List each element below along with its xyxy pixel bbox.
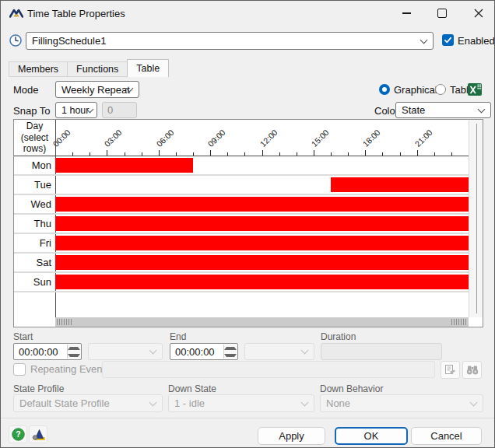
axis-tick (314, 150, 314, 156)
day-row-thu[interactable]: Thu (14, 215, 469, 234)
check-icon (444, 36, 452, 44)
snap-offset-value: 0 (107, 104, 113, 116)
day-label[interactable]: Tue (14, 176, 51, 194)
axis-tick-label: 15:00 (309, 128, 330, 149)
table-radio[interactable] (435, 84, 446, 95)
day-label[interactable]: Sun (14, 273, 51, 291)
maximize-button[interactable] (427, 1, 458, 26)
axis-tick-label: 18:00 (361, 128, 382, 149)
day-label[interactable]: Thu (14, 215, 51, 233)
day-track[interactable] (55, 215, 469, 233)
day-label[interactable]: Mon (14, 156, 51, 174)
window-title: Time Table Properties (27, 8, 125, 19)
enabled-checkbox[interactable] (442, 34, 454, 46)
snap-to-combobox[interactable]: 1 hour (55, 102, 97, 118)
enabled-label[interactable]: Enabled (458, 35, 495, 47)
scrollbar-grip-left[interactable] (57, 319, 72, 325)
mode-combobox[interactable]: Weekly Repeat (55, 81, 139, 98)
day-label[interactable]: Fri (14, 234, 51, 252)
state-profile-label: State Profile (13, 383, 64, 394)
end-day-combobox[interactable] (244, 343, 314, 360)
down-behavior-combobox[interactable]: None (320, 394, 483, 412)
cancel-button[interactable]: Cancel (411, 427, 482, 445)
footer-divider (1, 418, 495, 418)
start-label: Start (13, 331, 33, 342)
schedule-bar[interactable] (55, 216, 469, 231)
spin-up-icon[interactable] (224, 345, 237, 352)
spinner-buttons[interactable] (67, 345, 80, 359)
day-row-tue[interactable]: Tue (14, 176, 469, 195)
schedule-bar[interactable] (55, 236, 469, 250)
axis-tick (227, 152, 228, 156)
day-label[interactable]: Sat (14, 254, 51, 271)
schedule-bar[interactable] (55, 275, 469, 289)
day-track[interactable] (55, 195, 469, 213)
start-time-spinner[interactable]: 00:00:00 (13, 343, 82, 360)
schedule-bar[interactable] (331, 177, 469, 192)
schedule-bar[interactable] (55, 255, 469, 270)
cancel-button-label: Cancel (430, 430, 462, 442)
spin-down-icon[interactable] (68, 352, 80, 359)
vertical-scrollbar[interactable] (469, 120, 483, 317)
day-track[interactable] (55, 273, 469, 291)
schedule-bar[interactable] (55, 158, 193, 173)
schedule-bar[interactable] (55, 197, 469, 212)
find-button[interactable] (462, 361, 482, 379)
start-time-value: 00:00:00 (19, 344, 58, 359)
day-row-wed[interactable]: Wed (14, 195, 469, 215)
maximize-icon (437, 9, 447, 18)
close-button[interactable] (463, 1, 494, 26)
start-day-combobox[interactable] (88, 343, 163, 360)
state-profile-combobox[interactable]: Default State Profile (13, 394, 163, 412)
day-column-header-line: (select (21, 132, 48, 143)
schedule-name-combobox[interactable]: FillingSchedule1 (26, 32, 434, 50)
repeating-event-checkbox[interactable] (13, 363, 26, 376)
end-time-spinner[interactable]: 00:00:00 (170, 343, 238, 360)
snap-to-value: 1 hour (61, 105, 89, 116)
down-behavior-label: Down Behavior (320, 383, 383, 394)
day-row-fri[interactable]: Fri (14, 234, 469, 254)
snap-offset-field[interactable]: 0 (102, 102, 137, 118)
day-row-sat[interactable]: Sat (14, 254, 469, 273)
day-label[interactable]: Wed (14, 195, 51, 213)
edit-properties-button[interactable] (441, 361, 460, 379)
tab-functions[interactable]: Functions (67, 61, 128, 77)
help-button[interactable]: ? (9, 425, 27, 443)
chevron-down-icon (301, 398, 309, 406)
graphical-radio-label[interactable]: Graphical (394, 84, 437, 96)
day-track[interactable] (55, 234, 469, 252)
vertical-scrollbar-thumb[interactable] (476, 124, 477, 313)
tab-table[interactable]: Table (127, 59, 169, 77)
svg-text:?: ? (16, 429, 20, 439)
horizontal-scrollbar[interactable] (55, 317, 469, 327)
day-track[interactable] (55, 176, 469, 194)
apply-button[interactable]: Apply (258, 427, 325, 445)
down-state-combobox[interactable]: 1 - idle (168, 394, 314, 412)
day-track[interactable] (55, 254, 469, 271)
ok-button[interactable]: OK (335, 427, 408, 445)
spinner-buttons[interactable] (223, 345, 237, 359)
day-row-mon[interactable]: Mon (14, 156, 469, 176)
axis-tick (107, 150, 107, 156)
spin-down-icon[interactable] (224, 352, 237, 359)
color-value: State (402, 104, 425, 116)
graphical-radio[interactable] (379, 84, 390, 95)
down-state-label: Down State (168, 383, 216, 394)
repeating-event-label[interactable]: Repeating Event (30, 363, 105, 375)
minimize-button[interactable] (391, 1, 422, 26)
model-tree-button[interactable] (29, 425, 47, 443)
axis-tick (331, 152, 332, 156)
day-track[interactable] (55, 156, 469, 174)
close-icon (474, 9, 483, 18)
scrollbar-grip-right[interactable] (451, 319, 467, 325)
chevron-down-icon (149, 398, 157, 406)
title-bar: Time Table Properties (1, 1, 494, 26)
day-row-sun[interactable]: Sun (14, 273, 469, 292)
down-behavior-value: None (326, 397, 350, 409)
axis-tick (434, 152, 435, 156)
color-combobox[interactable]: State (395, 102, 491, 118)
export-excel-button[interactable] (467, 82, 483, 97)
tab-members[interactable]: Members (9, 61, 68, 77)
spin-up-icon[interactable] (68, 345, 80, 352)
flexsim-tree-icon (31, 428, 46, 442)
